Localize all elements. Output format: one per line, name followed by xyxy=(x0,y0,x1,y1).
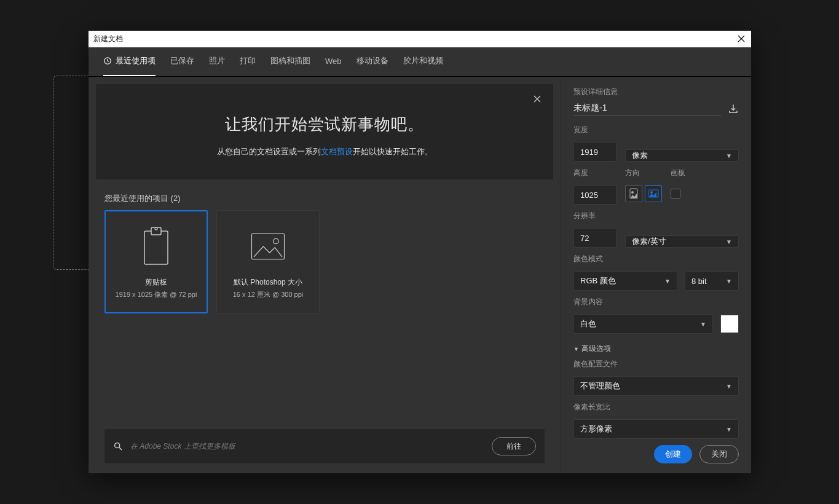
background-select[interactable]: 白色 ▼ xyxy=(573,314,713,334)
banner-close-icon[interactable] xyxy=(534,95,541,103)
chevron-down-icon: ▼ xyxy=(573,346,579,352)
chevron-down-icon: ▼ xyxy=(726,383,732,390)
tab-saved[interactable]: 已保存 xyxy=(170,47,194,76)
tab-label: 照片 xyxy=(209,55,225,66)
pixel-aspect-label: 像素长宽比 xyxy=(573,402,739,412)
card-title: 默认 Photoshop 大小 xyxy=(234,277,302,288)
svg-point-5 xyxy=(274,238,279,244)
tab-label: 胶片和视频 xyxy=(403,55,443,66)
width-input[interactable] xyxy=(573,142,616,162)
dialog-title: 新建文档 xyxy=(93,34,123,44)
svg-rect-1 xyxy=(144,231,168,264)
select-value: 像素 xyxy=(632,150,648,161)
preset-details-label: 预设详细信息 xyxy=(573,87,739,97)
close-button[interactable]: 关闭 xyxy=(699,445,739,463)
tab-art[interactable]: 图稿和插图 xyxy=(270,47,310,76)
preset-card-clipboard[interactable]: 剪贴板 1919 x 1025 像素 @ 72 ppi xyxy=(104,210,208,313)
select-value: 白色 xyxy=(580,318,596,329)
color-mode-label: 颜色模式 xyxy=(573,254,739,264)
titlebar: 新建文档 xyxy=(89,31,751,47)
select-value: 像素/英寸 xyxy=(632,236,666,247)
tab-label: 已保存 xyxy=(170,55,194,66)
svg-point-6 xyxy=(115,443,120,448)
chevron-down-icon: ▼ xyxy=(726,426,732,433)
save-preset-icon[interactable] xyxy=(728,103,739,114)
tab-label: Web xyxy=(325,57,342,66)
banner-text: 从您自己的文档设置或一系列文档预设开始以快速开始工作。 xyxy=(111,146,538,157)
preset-cards: 剪贴板 1919 x 1025 像素 @ 72 ppi 默认 Photoshop… xyxy=(96,210,553,313)
chevron-down-icon: ▼ xyxy=(726,152,732,159)
tab-label: 打印 xyxy=(240,55,256,66)
orientation-portrait-button[interactable] xyxy=(625,185,642,202)
resolution-unit-select[interactable]: 像素/英寸 ▼ xyxy=(625,235,739,248)
close-icon[interactable] xyxy=(738,35,745,42)
card-subtitle: 16 x 12 厘米 @ 300 ppi xyxy=(233,290,304,299)
background-color-swatch[interactable] xyxy=(720,315,739,333)
clock-icon xyxy=(103,57,112,65)
tab-film[interactable]: 胶片和视频 xyxy=(403,47,443,76)
background-label: 背景内容 xyxy=(573,297,739,307)
search-icon xyxy=(113,441,123,451)
bit-depth-select[interactable]: 8 bit ▼ xyxy=(685,271,739,291)
recent-heading: 您最近使用的项目 (2) xyxy=(104,193,553,204)
advanced-options-toggle[interactable]: ▼ 高级选项 xyxy=(573,344,739,354)
stock-search: 前往 xyxy=(104,429,545,463)
chevron-down-icon: ▼ xyxy=(700,321,706,328)
tab-label: 移动设备 xyxy=(356,55,388,66)
width-unit-select[interactable]: 像素 ▼ xyxy=(625,149,739,162)
banner-title: 让我们开始尝试新事物吧。 xyxy=(111,114,538,135)
svg-rect-2 xyxy=(151,227,161,235)
tab-print[interactable]: 打印 xyxy=(240,47,256,76)
orientation-label: 方向 xyxy=(625,168,662,178)
artboard-label: 画板 xyxy=(671,168,685,178)
svg-point-10 xyxy=(650,191,653,194)
width-label: 宽度 xyxy=(573,125,616,135)
create-button[interactable]: 创建 xyxy=(654,445,692,463)
doc-preset-link[interactable]: 文档预设 xyxy=(321,147,353,156)
resolution-label: 分辨率 xyxy=(573,211,616,221)
select-value: 方形像素 xyxy=(580,423,612,435)
preset-card-default[interactable]: 默认 Photoshop 大小 16 x 12 厘米 @ 300 ppi xyxy=(216,210,320,313)
color-mode-select[interactable]: RGB 颜色 ▼ xyxy=(573,271,677,291)
color-profile-select[interactable]: 不管理颜色 ▼ xyxy=(573,376,739,396)
resolution-input[interactable] xyxy=(573,228,616,248)
pixel-aspect-select[interactable]: 方形像素 ▼ xyxy=(573,419,739,439)
clipboard-icon xyxy=(138,224,175,269)
height-input[interactable] xyxy=(573,185,616,205)
go-button[interactable]: 前往 xyxy=(492,437,536,455)
chevron-down-icon: ▼ xyxy=(726,278,732,285)
orientation-landscape-button[interactable] xyxy=(645,185,662,202)
artboard-checkbox[interactable] xyxy=(671,189,680,199)
welcome-banner: 让我们开始尝试新事物吧。 从您自己的文档设置或一系列文档预设开始以快速开始工作。 xyxy=(96,84,553,179)
advanced-label: 高级选项 xyxy=(581,344,611,354)
select-value: 8 bit xyxy=(691,277,707,286)
tab-recent[interactable]: 最近使用项 xyxy=(103,47,156,76)
tab-label: 最近使用项 xyxy=(116,55,156,66)
tab-web[interactable]: Web xyxy=(325,47,342,76)
image-icon xyxy=(250,224,286,269)
svg-rect-4 xyxy=(251,234,284,259)
category-tabs: 最近使用项 已保存 照片 打印 图稿和插图 Web 移动设备 胶片和视频 xyxy=(89,47,751,77)
main-panel: 让我们开始尝试新事物吧。 从您自己的文档设置或一系列文档预设开始以快速开始工作。… xyxy=(89,77,561,473)
tab-label: 图稿和插图 xyxy=(270,55,310,66)
svg-point-8 xyxy=(631,191,634,194)
document-name-input[interactable] xyxy=(573,101,722,116)
stock-search-input[interactable] xyxy=(130,442,484,451)
card-title: 剪贴板 xyxy=(145,277,167,288)
new-document-dialog: 新建文档 最近使用项 已保存 照片 打印 图稿和插图 Web 移动设备 胶片和视… xyxy=(89,31,751,473)
chevron-down-icon: ▼ xyxy=(664,278,671,285)
card-subtitle: 1919 x 1025 像素 @ 72 ppi xyxy=(116,290,197,299)
select-value: 不管理颜色 xyxy=(580,380,620,392)
tab-photo[interactable]: 照片 xyxy=(209,47,225,76)
color-profile-label: 颜色配置文件 xyxy=(573,359,739,369)
select-value: RGB 颜色 xyxy=(580,275,616,286)
chevron-down-icon: ▼ xyxy=(726,238,732,245)
preset-details-panel: 预设详细信息 宽度 像素 ▼ xyxy=(561,77,751,473)
tab-mobile[interactable]: 移动设备 xyxy=(356,47,388,76)
height-label: 高度 xyxy=(573,168,616,178)
